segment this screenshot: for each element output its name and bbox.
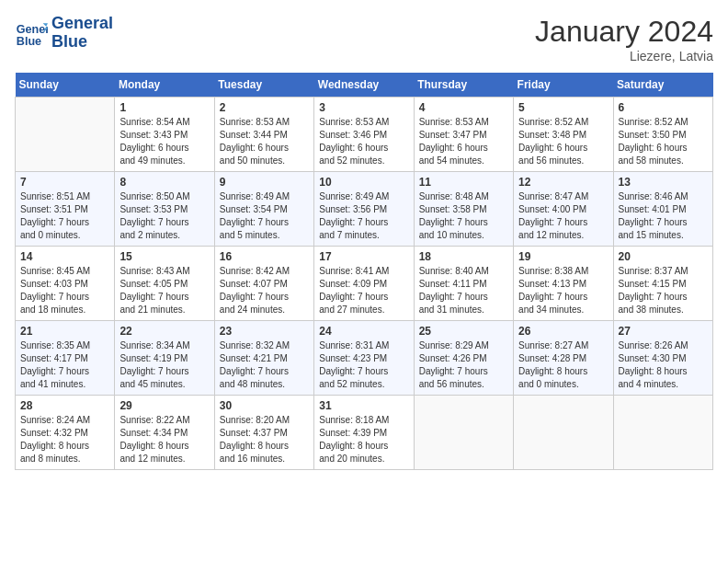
- calendar-cell: 12Sunrise: 8:47 AMSunset: 4:00 PMDayligh…: [514, 172, 613, 247]
- day-number: 20: [619, 250, 708, 263]
- day-info: Sunrise: 8:32 AMSunset: 4:21 PMDaylight:…: [220, 339, 309, 391]
- day-info: Sunrise: 8:42 AMSunset: 4:07 PMDaylight:…: [220, 265, 309, 316]
- day-number: 22: [119, 325, 209, 338]
- calendar-cell: 2Sunrise: 8:53 AMSunset: 3:44 PMDaylight…: [214, 98, 313, 172]
- calendar-cell: 21Sunrise: 8:35 AMSunset: 4:17 PMDayligh…: [16, 321, 115, 396]
- week-row-4: 21Sunrise: 8:35 AMSunset: 4:17 PMDayligh…: [16, 321, 713, 396]
- day-info: Sunrise: 8:20 AMSunset: 4:37 PMDaylight:…: [220, 414, 309, 465]
- calendar-cell: [514, 396, 613, 470]
- page-header: General Blue General Blue January 2024 L…: [15, 15, 713, 63]
- logo-icon: General Blue: [15, 17, 48, 50]
- week-row-5: 28Sunrise: 8:24 AMSunset: 4:32 PMDayligh…: [16, 396, 713, 470]
- calendar-cell: 5Sunrise: 8:52 AMSunset: 3:48 PMDaylight…: [514, 98, 613, 172]
- day-info: Sunrise: 8:50 AMSunset: 3:53 PMDaylight:…: [119, 190, 209, 242]
- day-info: Sunrise: 8:24 AMSunset: 4:32 PMDaylight:…: [20, 414, 109, 465]
- day-info: Sunrise: 8:22 AMSunset: 4:34 PMDaylight:…: [119, 414, 209, 465]
- day-info: Sunrise: 8:47 AMSunset: 4:00 PMDaylight:…: [518, 190, 608, 242]
- day-number: 19: [518, 250, 608, 263]
- day-number: 16: [220, 250, 309, 263]
- week-row-2: 7Sunrise: 8:51 AMSunset: 3:51 PMDaylight…: [16, 172, 713, 247]
- calendar-cell: 28Sunrise: 8:24 AMSunset: 4:32 PMDayligh…: [16, 396, 115, 470]
- title-block: January 2024 Liezere, Latvia: [535, 15, 713, 63]
- calendar-cell: 30Sunrise: 8:20 AMSunset: 4:37 PMDayligh…: [214, 396, 313, 470]
- day-info: Sunrise: 8:18 AMSunset: 4:39 PMDaylight:…: [319, 414, 408, 465]
- calendar-cell: 6Sunrise: 8:52 AMSunset: 3:50 PMDaylight…: [613, 98, 712, 172]
- calendar-cell: 16Sunrise: 8:42 AMSunset: 4:07 PMDayligh…: [214, 247, 313, 321]
- calendar-cell: 27Sunrise: 8:26 AMSunset: 4:30 PMDayligh…: [613, 321, 712, 396]
- day-number: 13: [619, 176, 708, 189]
- day-number: 15: [119, 250, 209, 263]
- day-number: 30: [220, 399, 309, 412]
- weekday-header-saturday: Saturday: [613, 73, 712, 98]
- day-info: Sunrise: 8:37 AMSunset: 4:15 PMDaylight:…: [619, 265, 708, 316]
- weekday-header-monday: Monday: [115, 73, 214, 98]
- month-title: January 2024: [535, 15, 713, 49]
- day-info: Sunrise: 8:26 AMSunset: 4:30 PMDaylight:…: [619, 339, 708, 391]
- calendar-cell: [414, 396, 513, 470]
- day-info: Sunrise: 8:45 AMSunset: 4:03 PMDaylight:…: [20, 265, 109, 316]
- day-info: Sunrise: 8:38 AMSunset: 4:13 PMDaylight:…: [518, 265, 608, 316]
- day-number: 26: [518, 325, 608, 338]
- day-number: 17: [319, 250, 408, 263]
- day-info: Sunrise: 8:49 AMSunset: 3:54 PMDaylight:…: [220, 190, 309, 242]
- calendar-cell: 31Sunrise: 8:18 AMSunset: 4:39 PMDayligh…: [314, 396, 414, 470]
- day-info: Sunrise: 8:53 AMSunset: 3:46 PMDaylight:…: [319, 116, 408, 167]
- weekday-header-thursday: Thursday: [414, 73, 513, 98]
- day-number: 2: [220, 101, 309, 114]
- calendar-cell: 29Sunrise: 8:22 AMSunset: 4:34 PMDayligh…: [115, 396, 214, 470]
- day-info: Sunrise: 8:35 AMSunset: 4:17 PMDaylight:…: [20, 339, 109, 391]
- day-number: 12: [518, 176, 608, 189]
- calendar-cell: 1Sunrise: 8:54 AMSunset: 3:43 PMDaylight…: [115, 98, 214, 172]
- day-number: 7: [20, 176, 109, 189]
- weekday-header-friday: Friday: [514, 73, 613, 98]
- calendar-cell: 25Sunrise: 8:29 AMSunset: 4:26 PMDayligh…: [414, 321, 513, 396]
- day-number: 23: [220, 325, 309, 338]
- svg-text:Blue: Blue: [17, 34, 41, 47]
- day-number: 14: [20, 250, 109, 263]
- day-number: 8: [119, 176, 209, 189]
- day-info: Sunrise: 8:52 AMSunset: 3:50 PMDaylight:…: [619, 116, 708, 167]
- week-row-1: 1Sunrise: 8:54 AMSunset: 3:43 PMDaylight…: [16, 98, 713, 172]
- calendar-cell: 4Sunrise: 8:53 AMSunset: 3:47 PMDaylight…: [414, 98, 513, 172]
- day-number: 5: [518, 101, 608, 114]
- day-number: 28: [20, 399, 109, 412]
- day-info: Sunrise: 8:49 AMSunset: 3:56 PMDaylight:…: [319, 190, 408, 242]
- day-number: 29: [119, 399, 209, 412]
- day-info: Sunrise: 8:54 AMSunset: 3:43 PMDaylight:…: [119, 116, 209, 167]
- day-number: 11: [419, 176, 508, 189]
- calendar-cell: 13Sunrise: 8:46 AMSunset: 4:01 PMDayligh…: [613, 172, 712, 247]
- day-number: 9: [220, 176, 309, 189]
- calendar-cell: 19Sunrise: 8:38 AMSunset: 4:13 PMDayligh…: [514, 247, 613, 321]
- calendar-cell: 20Sunrise: 8:37 AMSunset: 4:15 PMDayligh…: [613, 247, 712, 321]
- day-number: 10: [319, 176, 408, 189]
- calendar-cell: 3Sunrise: 8:53 AMSunset: 3:46 PMDaylight…: [314, 98, 414, 172]
- logo-text: General Blue: [51, 15, 113, 52]
- day-info: Sunrise: 8:53 AMSunset: 3:47 PMDaylight:…: [419, 116, 508, 167]
- day-number: 3: [319, 101, 408, 114]
- calendar-cell: 18Sunrise: 8:40 AMSunset: 4:11 PMDayligh…: [414, 247, 513, 321]
- day-number: 24: [319, 325, 408, 338]
- day-info: Sunrise: 8:27 AMSunset: 4:28 PMDaylight:…: [518, 339, 608, 391]
- day-info: Sunrise: 8:52 AMSunset: 3:48 PMDaylight:…: [518, 116, 608, 167]
- day-info: Sunrise: 8:48 AMSunset: 3:58 PMDaylight:…: [419, 190, 508, 242]
- calendar-cell: 26Sunrise: 8:27 AMSunset: 4:28 PMDayligh…: [514, 321, 613, 396]
- weekday-header-row: SundayMondayTuesdayWednesdayThursdayFrid…: [16, 73, 713, 98]
- calendar-cell: 22Sunrise: 8:34 AMSunset: 4:19 PMDayligh…: [115, 321, 214, 396]
- day-number: 27: [619, 325, 708, 338]
- day-number: 18: [419, 250, 508, 263]
- logo: General Blue General Blue: [15, 15, 113, 52]
- weekday-header-tuesday: Tuesday: [214, 73, 313, 98]
- calendar-table: SundayMondayTuesdayWednesdayThursdayFrid…: [15, 73, 713, 470]
- day-info: Sunrise: 8:41 AMSunset: 4:09 PMDaylight:…: [319, 265, 408, 316]
- day-info: Sunrise: 8:31 AMSunset: 4:23 PMDaylight:…: [319, 339, 408, 391]
- day-info: Sunrise: 8:53 AMSunset: 3:44 PMDaylight:…: [220, 116, 309, 167]
- day-info: Sunrise: 8:46 AMSunset: 4:01 PMDaylight:…: [619, 190, 708, 242]
- location: Liezere, Latvia: [535, 49, 713, 63]
- calendar-cell: 10Sunrise: 8:49 AMSunset: 3:56 PMDayligh…: [314, 172, 414, 247]
- day-number: 4: [419, 101, 508, 114]
- day-info: Sunrise: 8:34 AMSunset: 4:19 PMDaylight:…: [119, 339, 209, 391]
- calendar-cell: 11Sunrise: 8:48 AMSunset: 3:58 PMDayligh…: [414, 172, 513, 247]
- calendar-cell: [16, 98, 115, 172]
- day-info: Sunrise: 8:29 AMSunset: 4:26 PMDaylight:…: [419, 339, 508, 391]
- calendar-cell: 14Sunrise: 8:45 AMSunset: 4:03 PMDayligh…: [16, 247, 115, 321]
